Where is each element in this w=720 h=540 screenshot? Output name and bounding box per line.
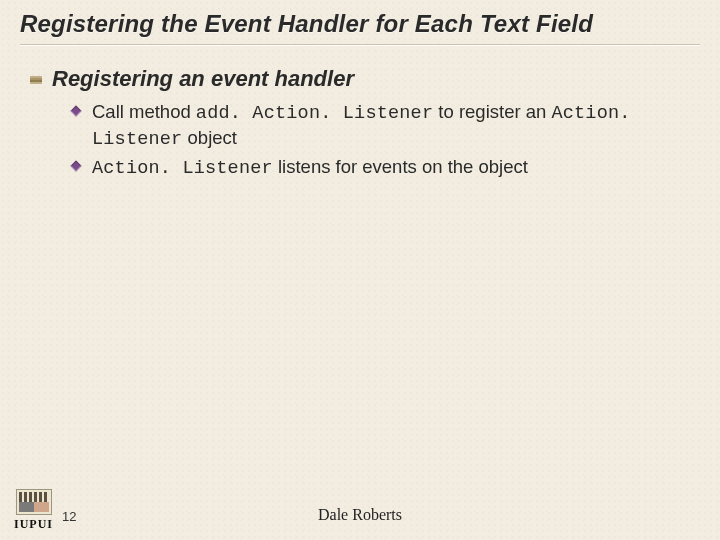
slide-title: Registering the Event Handler for Each T… <box>0 0 720 44</box>
list-item: Action. Listener listens for events on t… <box>92 155 696 181</box>
item-text: to register an <box>433 101 551 122</box>
item-text: listens for events on the object <box>273 156 528 177</box>
iupui-logo: IUPUI <box>14 489 53 532</box>
item-code: add. Action. Listener <box>196 103 433 124</box>
title-divider <box>20 44 700 46</box>
list-item: Call method add. Action. Listener to reg… <box>92 100 696 151</box>
page-number: 12 <box>62 509 76 524</box>
section-heading: Registering an event handler <box>52 66 696 92</box>
logo-text: IUPUI <box>14 517 53 532</box>
item-code: Action. Listener <box>92 158 273 179</box>
logo-graphic-icon <box>16 489 52 515</box>
author-name: Dale Roberts <box>318 506 402 524</box>
diamond-bullet-icon <box>70 161 81 172</box>
section: Registering an event handler Call method… <box>0 56 720 181</box>
diamond-bullet-icon <box>70 105 81 116</box>
item-list: Call method add. Action. Listener to reg… <box>52 92 696 181</box>
slide-footer: IUPUI 12 Dale Roberts <box>0 490 720 534</box>
section-bullet-icon <box>30 76 42 84</box>
item-text: object <box>182 127 237 148</box>
item-text: Call method <box>92 101 196 122</box>
